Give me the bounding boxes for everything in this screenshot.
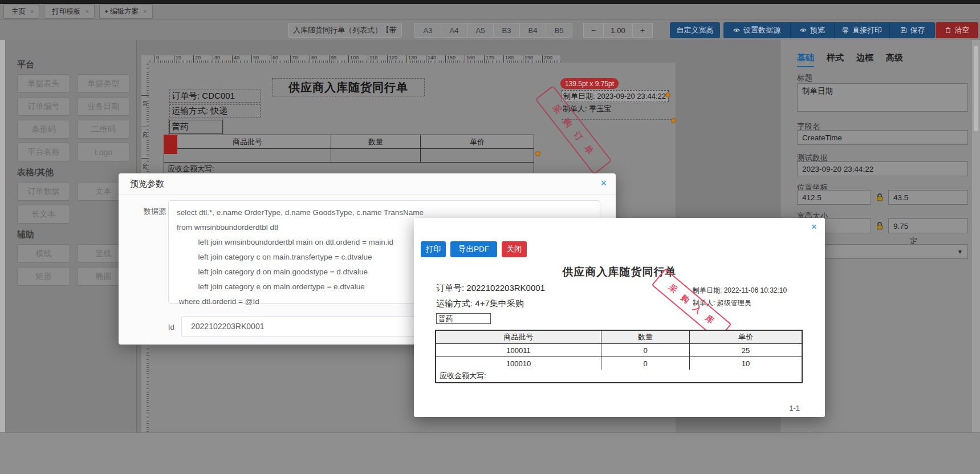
element-data-table[interactable]: 商品批号数量单价 应收金额大写: [164,135,534,175]
sidebar-collapse-strip[interactable] [0,40,6,432]
zoom-group: − 1.00 + [583,23,653,38]
palette-item[interactable]: 订单编号 [17,97,70,116]
horizontal-ruler: 0102030405060708090100110120130140150160… [149,55,560,63]
height-field[interactable]: 9.75 [888,218,968,233]
save-label: 保存 [910,25,925,35]
chevron-down-icon: ▼ [957,249,963,255]
set-datasource-label: 设置数据源 [743,25,780,35]
paper-size-button[interactable]: B5 [546,23,572,38]
palette-group-title: 辅助 [17,229,131,240]
ruler-mark: 10 [141,95,149,127]
tab-border[interactable]: 边框 [856,52,873,67]
element-goods-type[interactable]: 普药 [169,120,223,134]
palette-item[interactable]: 长文本 [17,205,70,224]
palette-item[interactable]: 条形码 [17,120,70,139]
close-icon[interactable]: × [85,8,88,15]
field-name-field[interactable]: CreateTime [797,130,968,145]
tab-style[interactable]: 样式 [827,52,844,67]
resize-handle[interactable] [535,151,540,156]
direct-print-button[interactable]: 直接打印 [834,22,889,38]
paper-size-button[interactable]: A5 [467,23,494,38]
paper-size-button[interactable]: B4 [519,23,546,38]
table-cell: 10 [690,357,802,370]
panel-scrollbar[interactable] [972,40,980,432]
palette-item[interactable]: 单据类型 [77,74,130,93]
zoom-out-button[interactable]: − [583,23,604,38]
preview-table-header: 商品批号数量单价 [436,331,802,344]
pos-y-field[interactable]: 43.5 [888,190,968,205]
ruler-mark: 40 [232,55,251,63]
ruler-mark: 80 [310,55,329,63]
table-amount-row: 应收金额大写: [164,163,534,175]
palette-item[interactable]: 矩形 [17,267,70,286]
toolbar: 入库随货同行单（列表式）【带 A3A4A5B3B4B5 − 1.00 + 自定义… [0,20,980,40]
eye-icon [800,27,807,34]
table-row: 100011 0 25 [436,344,802,357]
paper-size-button[interactable]: A3 [414,23,441,38]
lock-icon[interactable] [875,193,884,202]
ruler-mark: 90 [329,55,348,63]
preview-doc-title: 供应商入库随货同行单 [414,265,825,279]
paper-size-button[interactable]: B3 [493,23,520,38]
paper-size-button[interactable]: A4 [441,23,467,38]
palette-item[interactable]: 订单数据 [17,182,70,201]
export-pdf-button[interactable]: 导出PDF [450,241,497,257]
print-button[interactable]: 打印 [421,241,446,257]
preview-button[interactable]: 预览 [790,22,834,38]
ruler-mark: 20 [141,127,149,158]
template-name-input[interactable]: 入库随货同行单（列表式）【带 [288,23,402,38]
zoom-in-button[interactable]: + [632,23,653,38]
ruler-mark: 50 [251,55,271,63]
palette-item[interactable]: 二维码 [77,120,130,139]
palette-item[interactable]: 横线 [17,244,70,263]
custom-size-button[interactable]: 自定义宽高 [670,22,720,38]
zoom-value[interactable]: 1.00 [603,23,633,38]
save-icon [900,27,907,34]
table-band-marker[interactable] [164,135,177,154]
table-cell: 0 [601,357,690,370]
page-tab[interactable]: 主页 × [3,5,39,19]
set-datasource-button[interactable]: 设置数据源 [723,22,790,38]
pos-x-field[interactable]: 412.5 [797,190,871,205]
palette-group-helper: 横线竖线矩形椭圆 [17,244,131,286]
resize-handle[interactable] [665,92,670,98]
ruler-mark: 180 [503,55,523,63]
preview-table-body: 100011 0 25 100010 0 10 [436,344,802,370]
table-header-cell: 数量 [601,331,690,343]
table-header-row: 商品批号数量单价 [164,135,534,149]
close-icon[interactable]: × [30,8,34,15]
close-icon[interactable]: × [143,8,147,15]
table-header-cell: 单价 [690,331,802,343]
palette-item[interactable]: 业务日期 [77,97,130,116]
element-doc-title[interactable]: 供应商入库随货同行单 [272,78,425,96]
close-icon[interactable]: × [600,178,607,188]
palette-item[interactable]: 单据表头 [17,74,70,93]
preview-create-date: 制单日期: 2022-11-06 10:32:10 [693,286,787,295]
ruler-mark: 190 [523,55,542,63]
palette-group-platform: 单据表头单据类型订单编号业务日期条形码二维码平台名称Logo [17,74,131,161]
page-tab[interactable]: ● 编辑方案 × [99,5,153,19]
page-tab-bar: 主页 × 打印模板 × ● 编辑方案 × [0,4,980,19]
close-button[interactable]: 关闭 [502,241,527,257]
table-header-cell: 商品批号 [164,135,331,148]
ruler-mark: 60 [271,55,290,63]
palette-group-table: 订单数据文本长文本 [17,182,131,224]
element-create-date-selected[interactable]: 制单日期: 2023-09-20 23:44:22 [562,90,669,102]
save-button[interactable]: 保存 [889,22,935,38]
element-order-no[interactable]: 订单号: CDC001 [169,90,261,103]
lock-icon[interactable] [875,221,884,230]
test-data-field[interactable]: 2023-09-20 23:44:22 [797,161,968,176]
resize-handle[interactable] [671,118,676,123]
page-tab[interactable]: 打印模板 × [44,5,94,19]
tab-advanced[interactable]: 高级 [886,52,903,67]
tab-basic[interactable]: 基础 [797,52,814,67]
scrollbar-thumb[interactable] [974,46,978,131]
title-field[interactable]: 制单日期 [797,83,968,112]
ruler-mark: 0 [154,55,174,63]
ruler-mark: 170 [484,55,503,63]
palette-item[interactable]: Logo [77,143,130,161]
close-icon[interactable]: × [811,222,817,232]
element-transport[interactable]: 运输方式: 快递 [169,104,261,118]
clear-button[interactable]: 清空 [936,22,978,38]
palette-item[interactable]: 平台名称 [17,143,70,161]
